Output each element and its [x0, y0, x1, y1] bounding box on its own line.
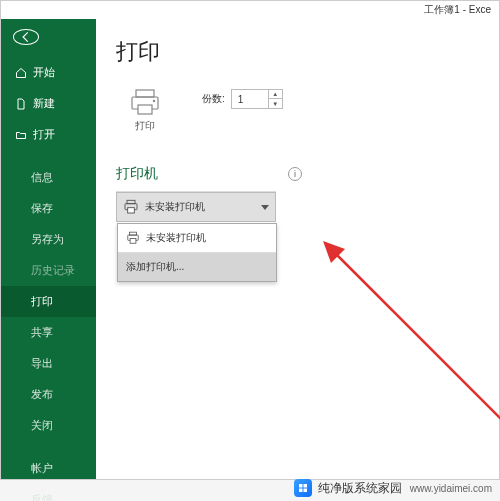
svg-rect-6: [128, 208, 135, 213]
svg-rect-7: [130, 232, 137, 235]
printer-section-title: 打印机 i: [116, 165, 479, 183]
sidebar-label: 打开: [33, 127, 55, 142]
copies-label: 份数:: [202, 92, 225, 106]
backstage-sidebar: 开始 新建 打开 信息 保存 另存为 历史记录 打印 共享 导出 发布 关闭 帐…: [1, 19, 96, 479]
sidebar-item-save[interactable]: 保存: [1, 193, 96, 224]
spinner-up-icon[interactable]: ▲: [269, 90, 282, 99]
printer-icon: [126, 231, 140, 245]
printer-selected-text: 未安装打印机: [145, 200, 261, 214]
sidebar-label: 发布: [31, 387, 53, 402]
folder-open-icon: [15, 129, 27, 141]
sidebar-label: 开始: [33, 65, 55, 80]
sidebar-label: 打印: [31, 294, 53, 309]
sidebar-item-share[interactable]: 共享: [1, 317, 96, 348]
printer-icon: [123, 199, 139, 215]
copies-spinner[interactable]: 1 ▲ ▼: [231, 89, 283, 109]
annotation-arrow: [321, 239, 500, 449]
svg-rect-9: [130, 239, 136, 244]
svg-rect-0: [136, 90, 154, 97]
sidebar-label: 新建: [33, 96, 55, 111]
page-title: 打印: [116, 37, 479, 67]
svg-line-10: [333, 251, 500, 439]
back-button[interactable]: [13, 29, 39, 45]
main-content: 打印 打印 份数: 1 ▲: [96, 19, 499, 479]
dropdown-item-label: 添加打印机...: [126, 260, 184, 274]
print-button-tile[interactable]: 打印: [116, 83, 174, 139]
svg-point-3: [153, 100, 155, 102]
sidebar-label: 历史记录: [31, 263, 75, 278]
watermark-url: www.yidaimei.com: [410, 483, 492, 494]
sidebar-item-feedback[interactable]: 反馈: [1, 484, 96, 501]
printer-select[interactable]: 未安装打印机 未安装打印机 添加打印机...: [116, 192, 276, 222]
sidebar-label: 另存为: [31, 232, 64, 247]
workbook-title: 工作簿1 - Exce: [424, 3, 491, 17]
dropdown-item-add-printer[interactable]: 添加打印机...: [118, 253, 276, 281]
sidebar-item-saveas[interactable]: 另存为: [1, 224, 96, 255]
watermark: 纯净版系统家园 www.yidaimei.com: [294, 479, 492, 497]
dropdown-item-no-printer[interactable]: 未安装打印机: [118, 224, 276, 252]
sidebar-label: 反馈: [31, 492, 53, 501]
printer-dropdown: 未安装打印机 添加打印机...: [117, 223, 277, 282]
sidebar-item-close[interactable]: 关闭: [1, 410, 96, 441]
sidebar-label: 关闭: [31, 418, 53, 433]
sidebar-item-new[interactable]: 新建: [1, 88, 96, 119]
spinner-down-icon[interactable]: ▼: [269, 99, 282, 108]
section-label: 打印机: [116, 165, 158, 183]
dropdown-item-label: 未安装打印机: [146, 231, 206, 245]
info-icon[interactable]: i: [288, 167, 302, 181]
sidebar-label: 共享: [31, 325, 53, 340]
copies-value: 1: [232, 94, 268, 105]
svg-marker-11: [323, 241, 345, 263]
sidebar-label: 信息: [31, 170, 53, 185]
sidebar-item-start[interactable]: 开始: [1, 57, 96, 88]
sidebar-item-print[interactable]: 打印: [1, 286, 96, 317]
title-bar: 工作簿1 - Exce: [1, 1, 499, 19]
sidebar-item-publish[interactable]: 发布: [1, 379, 96, 410]
sidebar-item-open[interactable]: 打开: [1, 119, 96, 150]
svg-rect-2: [138, 105, 152, 114]
sidebar-item-info[interactable]: 信息: [1, 162, 96, 193]
watermark-name: 纯净版系统家园: [318, 480, 402, 497]
print-tile-label: 打印: [135, 119, 155, 133]
sidebar-label: 保存: [31, 201, 53, 216]
home-icon: [15, 67, 27, 79]
copies-control: 份数: 1 ▲ ▼: [202, 89, 283, 109]
sidebar-label: 帐户: [31, 461, 53, 476]
watermark-logo-icon: [294, 479, 312, 497]
sidebar-item-export[interactable]: 导出: [1, 348, 96, 379]
printer-large-icon: [129, 89, 161, 115]
arrow-left-icon: [19, 30, 33, 44]
sidebar-item-history[interactable]: 历史记录: [1, 255, 96, 286]
sidebar-label: 导出: [31, 356, 53, 371]
chevron-down-icon: [261, 205, 269, 210]
svg-rect-4: [127, 200, 135, 203]
sidebar-item-account[interactable]: 帐户: [1, 453, 96, 484]
file-icon: [15, 98, 27, 110]
